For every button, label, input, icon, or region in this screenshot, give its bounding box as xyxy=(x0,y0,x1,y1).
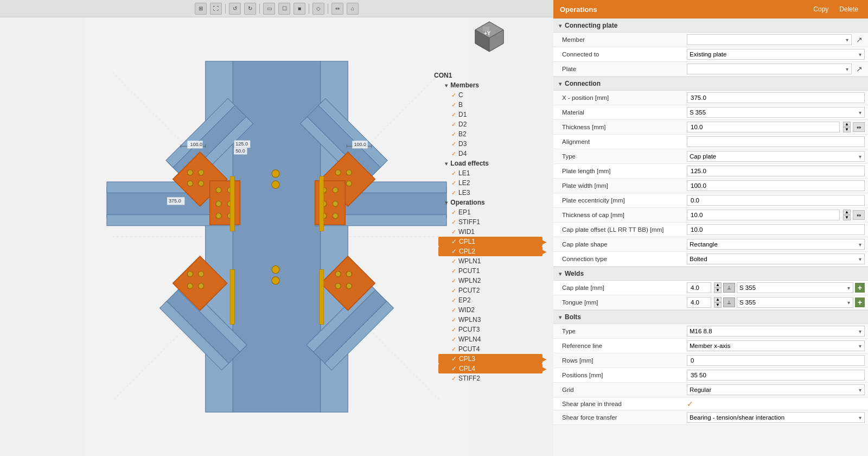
tongue-weld-up[interactable]: ▲ xyxy=(714,297,722,302)
member-pick-button[interactable]: ↗ xyxy=(854,35,865,44)
section-toggle-connecting-plate[interactable]: ▾ xyxy=(559,23,561,29)
shear-plane-checkbox[interactable]: ✓ xyxy=(687,400,693,408)
thickness-cap-down-btn[interactable]: ▼ xyxy=(843,215,851,220)
tree-item-CPL3[interactable]: ✓ CPL3 xyxy=(438,354,542,364)
member-select[interactable] xyxy=(687,34,852,45)
svg-rect-63 xyxy=(320,270,324,325)
connected-to-select[interactable]: Existing plate xyxy=(687,49,865,60)
section-bolts[interactable]: ▾ Bolts xyxy=(553,310,868,324)
toolbar-btn-undo[interactable]: ↺ xyxy=(229,3,241,15)
tree-item-D3[interactable]: ✓ D3 xyxy=(438,139,542,149)
section-toggle-connection[interactable]: ▾ xyxy=(559,81,561,87)
tree-item-WPLN3[interactable]: ✓ WPLN3 xyxy=(438,315,542,325)
tree-item-LE1[interactable]: ✓ LE1 xyxy=(438,168,542,178)
tree-item-PCUT3[interactable]: ✓ PCUT3 xyxy=(438,325,542,334)
cap-plate-offset-input[interactable] xyxy=(687,224,865,235)
prop-value-x-position xyxy=(684,91,868,105)
tree-item-D2[interactable]: ✓ D2 xyxy=(438,119,542,129)
cap-plate-weld-up[interactable]: ▲ xyxy=(714,282,722,288)
plate-length-input[interactable] xyxy=(687,166,865,176)
tree-item-EP1[interactable]: ✓ EP1 xyxy=(438,207,542,217)
tree-item-D4[interactable]: ✓ D4 xyxy=(438,149,542,159)
cap-plate-weld-add-btn[interactable]: + xyxy=(855,283,865,293)
tree-item-B2[interactable]: ✓ B2 xyxy=(438,129,542,139)
material-select[interactable]: S 355 xyxy=(687,107,865,118)
toolbar-btn-expand[interactable]: ⛶ xyxy=(210,3,222,15)
copy-button[interactable]: Copy xyxy=(810,4,832,14)
svg-point-29 xyxy=(187,181,193,186)
cap-plate-shape-select[interactable]: Rectangle xyxy=(687,239,865,250)
rows-input[interactable] xyxy=(687,355,865,366)
viewport[interactable]: ⊞ ⛶ ↺ ↻ ▭ ☐ ■ ◇ ⇔ ⌂ Production cost - 21… xyxy=(0,0,553,456)
tongue-weld-input[interactable] xyxy=(687,297,711,308)
tree-group-load-effects[interactable]: ▾ Load effects xyxy=(438,159,542,168)
tree-item-STIFF1[interactable]: ✓ STIFF1 xyxy=(438,217,542,227)
thickness-cap-up-btn[interactable]: ▲ xyxy=(843,210,851,215)
tree-item-C[interactable]: ✓ C xyxy=(438,90,542,100)
plate-eccentricity-input[interactable] xyxy=(687,195,865,206)
tree-item-CPL2[interactable]: ✓ CPL2 xyxy=(438,246,542,256)
tongue-weld-add-btn[interactable]: + xyxy=(855,297,865,307)
toolbar-btn-rect[interactable]: ▭ xyxy=(263,3,275,15)
tree-item-PCUT4[interactable]: ✓ PCUT4 xyxy=(438,344,542,354)
cap-plate-weld-down[interactable]: ▼ xyxy=(714,288,722,293)
tree-item-PCUT2[interactable]: ✓ PCUT2 xyxy=(438,286,542,295)
tree-item-EP2[interactable]: ✓ EP2 xyxy=(438,295,542,305)
plate-select[interactable] xyxy=(687,64,852,74)
section-toggle-bolts[interactable]: ▾ xyxy=(559,314,561,320)
prop-material: Material S 355 xyxy=(553,105,868,120)
toolbar-btn-box[interactable]: ☐ xyxy=(278,3,290,15)
tree-item-WID2[interactable]: ✓ WID2 xyxy=(438,305,542,315)
tree-item-CPL1[interactable]: ✓ CPL1 xyxy=(438,237,542,246)
prop-value-cap-plate-shape: Rectangle xyxy=(684,237,868,251)
tree-item-PCUT1[interactable]: ✓ PCUT1 xyxy=(438,266,542,276)
tongue-weld-material-select[interactable]: S 355 xyxy=(737,297,853,308)
delete-button[interactable]: Delete xyxy=(836,4,861,14)
prop-value-shear-force-transfer: Bearing - tension/shear interaction xyxy=(684,410,868,425)
tree-item-B[interactable]: ✓ B xyxy=(438,100,542,110)
thickness-icon-btn[interactable]: ⇔ xyxy=(853,122,865,132)
section-connection[interactable]: ▾ Connection xyxy=(553,77,868,91)
x-position-input[interactable] xyxy=(687,92,865,103)
toolbar-btn-solid[interactable]: ■ xyxy=(293,3,305,15)
svg-rect-5 xyxy=(233,61,321,412)
tree-group-operations[interactable]: ▾ Operations xyxy=(438,198,542,207)
tree-item-LE2[interactable]: ✓ LE2 xyxy=(438,178,542,188)
tongue-weld-down[interactable]: ▼ xyxy=(714,302,722,308)
tree-item-LE3[interactable]: ✓ LE3 xyxy=(438,188,542,198)
tree-group-members[interactable]: ▾ Members xyxy=(438,80,542,90)
tree-item-WID1[interactable]: ✓ WID1 xyxy=(438,227,542,237)
tree-root[interactable]: CON1 xyxy=(434,71,542,80)
tree-item-WPLN1[interactable]: ✓ WPLN1 xyxy=(438,256,542,266)
cap-plate-weld-input[interactable] xyxy=(687,282,711,293)
toolbar-btn-home[interactable]: ⌂ xyxy=(347,3,359,15)
section-welds[interactable]: ▾ Welds xyxy=(553,267,868,281)
thickness-cap-icon-btn[interactable]: ⇔ xyxy=(853,210,865,220)
tree-item-CPL4[interactable]: ✓ CPL4 xyxy=(438,364,542,373)
thickness-up-btn[interactable]: ▲ xyxy=(843,122,851,127)
alignment-input[interactable] xyxy=(687,136,865,147)
tree-item-D1[interactable]: ✓ D1 xyxy=(438,110,542,119)
thickness-input[interactable] xyxy=(687,122,840,132)
plate-pick-button[interactable]: ↗ xyxy=(854,65,865,73)
toolbar-btn-diamond[interactable]: ◇ xyxy=(312,3,324,15)
toolbar-btn-arrows[interactable]: ⇔ xyxy=(331,3,343,15)
toolbar-btn-grid[interactable]: ⊞ xyxy=(195,3,207,15)
section-connecting-plate[interactable]: ▾ Connecting plate xyxy=(553,18,868,33)
reference-line-select[interactable]: Member x-axis xyxy=(687,340,865,351)
type-select[interactable]: Cap plate xyxy=(687,151,865,162)
section-toggle-welds[interactable]: ▾ xyxy=(559,271,561,277)
positions-input[interactable] xyxy=(687,370,865,381)
shear-force-transfer-select[interactable]: Bearing - tension/shear interaction xyxy=(687,412,865,423)
grid-select[interactable]: Regular xyxy=(687,384,865,395)
thickness-down-btn[interactable]: ▼ xyxy=(843,127,851,132)
tree-item-WPLN2[interactable]: ✓ WPLN2 xyxy=(438,276,542,286)
connection-type-select[interactable]: Bolted xyxy=(687,254,865,264)
thickness-of-cap-input[interactable] xyxy=(687,210,840,220)
plate-width-input[interactable] xyxy=(687,180,865,191)
tree-item-STIFF2[interactable]: ✓ STIFF2 xyxy=(438,373,542,383)
bolt-type-select[interactable]: M16 8.8 xyxy=(687,326,865,337)
cap-plate-weld-material-select[interactable]: S 355 xyxy=(737,282,853,293)
toolbar-btn-redo[interactable]: ↻ xyxy=(244,3,256,15)
tree-item-WPLN4[interactable]: ✓ WPLN4 xyxy=(438,334,542,344)
